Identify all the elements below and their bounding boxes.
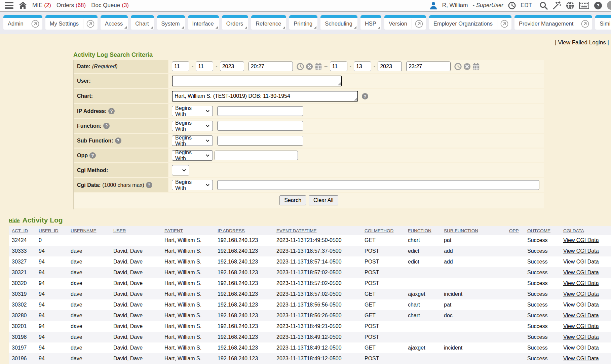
- opp-match-select[interactable]: Begins With: [172, 150, 213, 161]
- tab-system[interactable]: System: [157, 15, 185, 30]
- view-cgi-data-link[interactable]: View CGI Data: [563, 313, 599, 318]
- tab-interface[interactable]: Interface: [188, 15, 219, 30]
- external-link-icon[interactable]: [578, 18, 592, 30]
- search-icon[interactable]: [539, 1, 548, 10]
- user-name[interactable]: R, William: [442, 2, 468, 9]
- view-cgi-data-link[interactable]: View CGI Data: [563, 323, 599, 329]
- date-to-time-input[interactable]: [406, 62, 451, 71]
- tab-admin[interactable]: Admin: [3, 15, 42, 30]
- sub-function-help-icon[interactable]: ?: [115, 137, 121, 144]
- chart-help-icon[interactable]: ?: [362, 93, 368, 99]
- column-header-opp[interactable]: OPP: [506, 226, 525, 235]
- column-header-act-id[interactable]: ACT_ID: [9, 226, 36, 235]
- date-from-time-input[interactable]: [249, 62, 293, 71]
- tab-employer-organizations[interactable]: Employer Organizations: [429, 15, 511, 30]
- column-header-patient[interactable]: PATIENT: [162, 226, 215, 235]
- nav-doc-queue[interactable]: Doc Queue(3): [91, 2, 129, 9]
- column-header-cgi-method[interactable]: CGI METHOD: [362, 226, 405, 235]
- column-header-event-date-time[interactable]: EVENT DATE/TIME: [274, 226, 362, 235]
- help-icon[interactable]: ?: [594, 1, 602, 10]
- tab-my-settings[interactable]: My Settings: [45, 15, 98, 30]
- function-match-select[interactable]: Begins With: [172, 121, 213, 131]
- tab-orders[interactable]: Orders: [222, 15, 248, 30]
- user-input[interactable]: [172, 76, 342, 86]
- view-cgi-data-link[interactable]: View CGI Data: [563, 302, 599, 308]
- wand-icon[interactable]: [552, 1, 561, 10]
- date-to-day-input[interactable]: [354, 62, 371, 71]
- external-link-icon[interactable]: [412, 18, 426, 30]
- tab-label: Similar Exposure: [595, 18, 611, 30]
- column-header-user-id[interactable]: USER_ID: [36, 226, 68, 235]
- cgi-data-match-select[interactable]: Begins With: [172, 180, 213, 190]
- home-icon[interactable]: [19, 2, 27, 9]
- column-header-ip-address[interactable]: IP ADDRESS: [215, 226, 274, 235]
- opp-input[interactable]: [215, 151, 298, 160]
- view-cgi-data-link[interactable]: View CGI Data: [563, 291, 599, 297]
- cell-cgi-data: View CGI Data: [561, 342, 611, 353]
- column-header-user[interactable]: USER: [111, 226, 162, 235]
- hamburger-menu-icon[interactable]: [5, 2, 13, 9]
- clipped-icon[interactable]: [607, 1, 611, 10]
- view-cgi-data-link[interactable]: View CGI Data: [563, 334, 599, 340]
- ip-address-input[interactable]: [217, 106, 303, 116]
- date-from-year-input[interactable]: [220, 62, 244, 71]
- function-help-icon[interactable]: ?: [103, 123, 110, 129]
- tab-accent-bar: [3, 15, 42, 18]
- tab-reference[interactable]: Reference: [251, 15, 286, 30]
- view-cgi-data-link[interactable]: View CGI Data: [563, 237, 599, 243]
- cgi-method-select[interactable]: [172, 165, 189, 175]
- cell-ip: 192.168.240.123: [215, 278, 274, 289]
- clear-date-icon[interactable]: [463, 63, 471, 70]
- date-from-month-input[interactable]: [172, 62, 189, 71]
- cgi-data-help-icon[interactable]: ?: [146, 182, 152, 188]
- clear-date-icon[interactable]: [306, 63, 313, 70]
- view-failed-logins-link[interactable]: View Failed Logins: [558, 39, 606, 46]
- time-picker-icon[interactable]: [454, 63, 462, 70]
- view-cgi-data-link[interactable]: View CGI Data: [563, 270, 599, 275]
- view-cgi-data-link[interactable]: View CGI Data: [563, 356, 599, 361]
- ip-help-icon[interactable]: ?: [108, 108, 115, 114]
- tab-provider-management[interactable]: Provider Management: [514, 15, 592, 30]
- nav-orders[interactable]: Orders(68): [56, 2, 86, 9]
- tab-hsp[interactable]: HSP: [360, 15, 381, 30]
- view-cgi-data-link[interactable]: View CGI Data: [563, 280, 599, 286]
- clock-icon[interactable]: [508, 2, 516, 9]
- date-to-month-input[interactable]: [330, 62, 347, 71]
- view-cgi-data-link[interactable]: View CGI Data: [563, 345, 599, 351]
- view-cgi-data-link[interactable]: View CGI Data: [563, 259, 599, 265]
- cell-ip: 192.168.240.123: [215, 332, 274, 342]
- nav-mie[interactable]: MIE(2): [32, 2, 51, 9]
- tab-access[interactable]: Access: [101, 15, 128, 30]
- external-link-icon[interactable]: [28, 18, 42, 30]
- sub-function-input[interactable]: [217, 136, 303, 146]
- tab-chart[interactable]: Chart: [131, 15, 154, 30]
- column-header-outcome[interactable]: OUTCOME: [525, 226, 561, 235]
- calendar-icon[interactable]: [315, 63, 322, 70]
- tab-similar-exposure[interactable]: Similar Exposure: [595, 15, 611, 30]
- column-header-sub-function[interactable]: SUB-FUNCTION: [441, 226, 506, 235]
- globe-icon[interactable]: [566, 1, 574, 10]
- tab-scheduling[interactable]: Scheduling: [320, 15, 357, 30]
- clear-all-button[interactable]: Clear All: [309, 195, 338, 205]
- cgi-data-input[interactable]: [217, 180, 539, 190]
- external-link-icon[interactable]: [83, 18, 98, 30]
- time-picker-icon[interactable]: [297, 63, 304, 70]
- chart-input[interactable]: [172, 91, 358, 102]
- date-from-day-input[interactable]: [196, 62, 213, 71]
- tab-printing[interactable]: Printing: [289, 15, 317, 30]
- hide-link[interactable]: Hide: [9, 217, 20, 223]
- keyboard-icon[interactable]: [579, 2, 589, 9]
- ip-match-select[interactable]: Begins With: [172, 106, 213, 116]
- opp-help-icon[interactable]: ?: [89, 152, 96, 159]
- view-cgi-data-link[interactable]: View CGI Data: [563, 248, 599, 254]
- sub-function-match-select[interactable]: Begins With: [172, 135, 213, 146]
- column-header-function[interactable]: FUNCTION: [405, 226, 441, 235]
- calendar-icon[interactable]: [472, 63, 480, 70]
- external-link-icon[interactable]: [497, 18, 511, 30]
- date-to-year-input[interactable]: [378, 62, 402, 71]
- search-button[interactable]: Search: [279, 195, 306, 205]
- column-header-username[interactable]: USERNAME: [68, 226, 111, 235]
- function-input[interactable]: [217, 121, 303, 131]
- tab-version[interactable]: Version: [384, 15, 426, 30]
- column-header-cgi-data[interactable]: CGI DATA: [561, 226, 611, 235]
